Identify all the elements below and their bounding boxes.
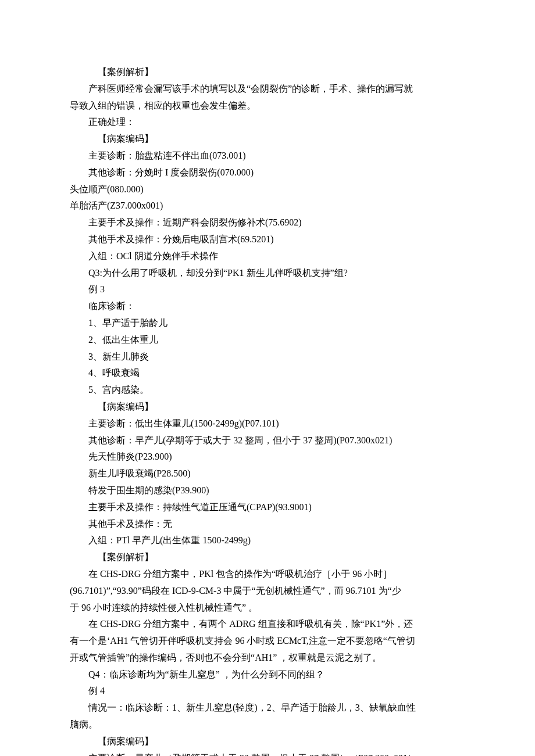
- text-line: (96.7101)”,“93.90”码段在 ICD-9-CM-3 中属于“无创机…: [70, 583, 465, 600]
- text-line: 1、早产适于胎龄儿: [70, 315, 465, 332]
- text-line: 在 CHS-DRG 分组方案中，有两个 ADRG 组直接和呼吸机有关，除“PK1…: [70, 616, 465, 633]
- text-line: Q4：临床诊断均为“新生儿窒息” ，为什么分到不同的组？: [70, 667, 465, 683]
- text-line: 入组：PTl 早产儿(出生体重 1500-2499g): [70, 532, 465, 549]
- text-line: 其他手术及操作：分娩后电吸刮宫术(69.5201): [70, 231, 465, 248]
- text-line: 主要手术及操作：近期产科会阴裂伤修补术(75.6902): [70, 214, 465, 231]
- text-line: 其他诊断：早产儿(孕期等于或大于 32 整周，但小于 37 整周)(P07.30…: [70, 432, 465, 449]
- text-line: 单胎活产(Z37.000x001): [70, 198, 465, 214]
- text-line: 【病案编码】: [70, 733, 465, 750]
- text-line: 先天性肺炎(P23.900): [70, 449, 465, 465]
- text-line: 头位顺产(080.000): [70, 181, 465, 198]
- text-line: 导致入组的错误，相应的权重也会发生偏差。: [70, 98, 465, 114]
- text-line: 产科医师经常会漏写该手术的填写以及“会阴裂伤”的诊断，手术、操作的漏写就: [70, 81, 465, 98]
- text-line: 【病案编码】: [70, 399, 465, 415]
- text-line: 5、宫内感染。: [70, 382, 465, 399]
- text-line: 其他手术及操作：无: [70, 516, 465, 533]
- text-line: 开或气管插管”的操作编码，否则也不会分到“AH1” ，权重就是云泥之别了。: [70, 650, 465, 667]
- document-page: 【案例解析】产科医师经常会漏写该手术的填写以及“会阴裂伤”的诊断，手术、操作的漏…: [0, 0, 535, 756]
- text-line: 脑病。: [70, 716, 465, 733]
- text-line: 【案例解析】: [70, 549, 465, 566]
- text-line: 【病案编码】: [70, 131, 465, 148]
- text-line: 有一个是‘AH1 气管切开伴呼吸机支持会 96 小时或 ECMcT,注意一定不要…: [70, 633, 465, 650]
- text-line: 主要诊断：胎盘粘连不伴出血(073.001): [70, 148, 465, 164]
- text-line: 正确处理：: [70, 114, 465, 131]
- text-line: 主要手术及操作：持续性气道正压通气(CPAP)(93.9001): [70, 499, 465, 516]
- text-line: 【案例解析】: [70, 64, 465, 81]
- text-line: 情况一：临床诊断：1、新生儿窒息(轻度)，2、早产适于胎龄儿，3、缺氧缺血性: [70, 700, 465, 716]
- text-line: 特发于围生期的感染(P39.900): [70, 482, 465, 499]
- text-line: 例 4: [70, 683, 465, 700]
- text-line: 其他诊断：分娩时 I 度会阴裂伤(070.000): [70, 164, 465, 181]
- text-line: 主要诊断：低出生体重儿(1500-2499g)(P07.101): [70, 415, 465, 432]
- text-line: 3、新生儿肺炎: [70, 349, 465, 366]
- text-line: Q3:为什么用了呼吸机，却没分到“PK1 新生儿伴呼吸机支持”组?: [70, 265, 465, 282]
- text-line: 入组：OCl 阴道分娩伴手术操作: [70, 248, 465, 265]
- text-line: 在 CHS-DRG 分组方案中，PKl 包含的操作为“呼吸机治疗［小于 96 小…: [70, 566, 465, 583]
- text-line: 临床诊断：: [70, 298, 465, 315]
- text-line: 4、呼吸衰竭: [70, 365, 465, 382]
- text-line: 2、低出生体重儿: [70, 332, 465, 349]
- text-line: 例 3: [70, 281, 465, 298]
- text-line: 于 96 小时连续的持续性侵入性机械性通气” 。: [70, 600, 465, 617]
- text-line: 新生儿呼吸衰竭(P28.500): [70, 465, 465, 482]
- text-line: 主要诊断：早产儿（孕期等于或大于 32 整周，但小于 37 整周）（P07.30…: [70, 750, 465, 756]
